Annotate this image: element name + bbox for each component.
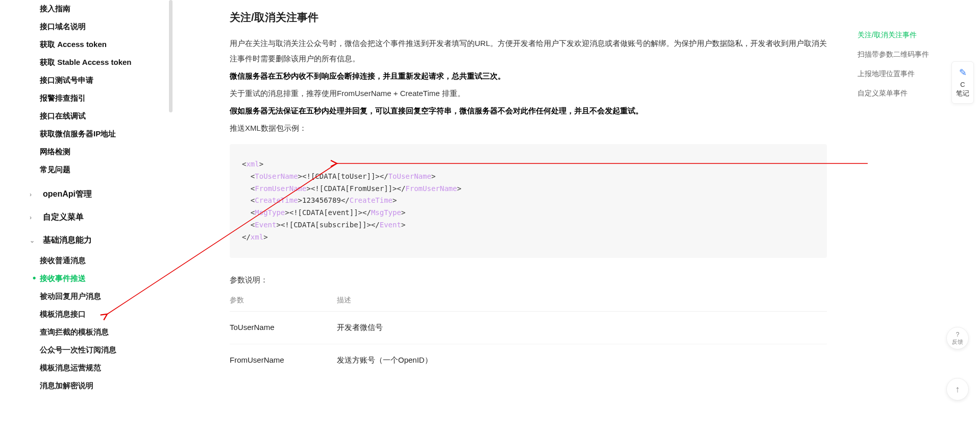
code-block: <xml> <ToUserName><![CDATA[toUser]]></To… bbox=[230, 144, 827, 258]
sidebar-item[interactable]: 获取微信服务器IP地址 bbox=[40, 125, 174, 143]
arrow-up-icon: ↑ bbox=[955, 384, 960, 395]
notes-icon: ✎ bbox=[952, 67, 973, 79]
scrollbar[interactable] bbox=[169, 0, 173, 112]
table-cell: ToUserName bbox=[230, 323, 337, 333]
sidebar-item[interactable]: 接入指南 bbox=[40, 0, 174, 18]
feedback-button[interactable]: ? 反馈 bbox=[946, 327, 969, 349]
table-header: 描述 bbox=[337, 296, 827, 305]
sidebar-group[interactable]: ›自定义菜单 bbox=[12, 206, 174, 229]
sidebar-item[interactable]: 消息加解密说明 bbox=[40, 377, 174, 395]
sidebar-item[interactable]: 被动回复用户消息 bbox=[40, 288, 174, 305]
main-content: 关注/取消关注事件 用户在关注与取消关注公众号时，微信会把这个事件推送到开发者填… bbox=[174, 0, 857, 426]
chevron-icon: › bbox=[30, 214, 32, 221]
param-table: 参数 描述 ToUserName 开发者微信号 FromUserName 发送方… bbox=[230, 290, 827, 365]
param-label: 参数说明： bbox=[230, 272, 827, 288]
table-header: 参数 bbox=[230, 296, 337, 305]
paragraph: 用户在关注与取消关注公众号时，微信会把这个事件推送到开发者填写的URL。方便开发… bbox=[230, 36, 827, 66]
sidebar-item[interactable]: 接口测试号申请 bbox=[40, 72, 174, 89]
toc-item[interactable]: 关注/取消关注事件 bbox=[857, 26, 970, 45]
sidebar-group[interactable]: ›openApi管理 bbox=[12, 183, 174, 206]
paragraph-bold: 假如服务器无法保证在五秒内处理并回复，可以直接回复空字符串，微信服务器不会对此作… bbox=[230, 103, 827, 119]
sidebar-item[interactable]: 模板消息运营规范 bbox=[40, 359, 174, 377]
table-cell: 发送方账号（一个OpenID） bbox=[337, 356, 827, 365]
sidebar-nav: 接入指南接口域名说明获取 Access token获取 Stable Acces… bbox=[0, 0, 174, 426]
sidebar-item[interactable]: 查询拦截的模板消息 bbox=[40, 323, 174, 341]
sidebar-item[interactable]: 接收普通消息 bbox=[40, 252, 174, 270]
sidebar-item[interactable]: 接口域名说明 bbox=[40, 18, 174, 36]
sidebar-item[interactable]: 公众号一次性订阅消息 bbox=[40, 341, 174, 359]
paragraph: 关于重试的消息排重，推荐使用FromUserName + CreateTime … bbox=[230, 86, 827, 101]
paragraph: 推送XML数据包示例： bbox=[230, 121, 827, 136]
scroll-top-button[interactable]: ↑ bbox=[946, 378, 969, 400]
chevron-icon: › bbox=[30, 191, 32, 198]
sidebar-group[interactable]: ⌄基础消息能力 bbox=[12, 229, 174, 252]
sidebar-item[interactable]: 接口在线调试 bbox=[40, 107, 174, 125]
sidebar-item[interactable]: 网络检测 bbox=[40, 143, 174, 161]
table-cell: FromUserName bbox=[230, 356, 337, 365]
sidebar-item[interactable]: 获取 Access token bbox=[40, 36, 174, 54]
page-title: 关注/取消关注事件 bbox=[230, 10, 827, 25]
sidebar-item[interactable]: 获取 Stable Access token bbox=[40, 54, 174, 72]
paragraph-bold: 微信服务器在五秒内收不到响应会断掉连接，并且重新发起请求，总共重试三次。 bbox=[230, 68, 827, 84]
table-cell: 开发者微信号 bbox=[337, 323, 827, 333]
sidebar-item[interactable]: 模板消息接口 bbox=[40, 305, 174, 323]
sidebar-item[interactable]: 接收事件推送 bbox=[40, 270, 174, 288]
sidebar-item[interactable]: 报警排查指引 bbox=[40, 89, 174, 107]
chevron-icon: ⌄ bbox=[30, 237, 35, 244]
notes-button[interactable]: ✎ C 笔记 bbox=[951, 61, 974, 104]
sidebar-item[interactable]: 常见问题 bbox=[40, 161, 174, 179]
